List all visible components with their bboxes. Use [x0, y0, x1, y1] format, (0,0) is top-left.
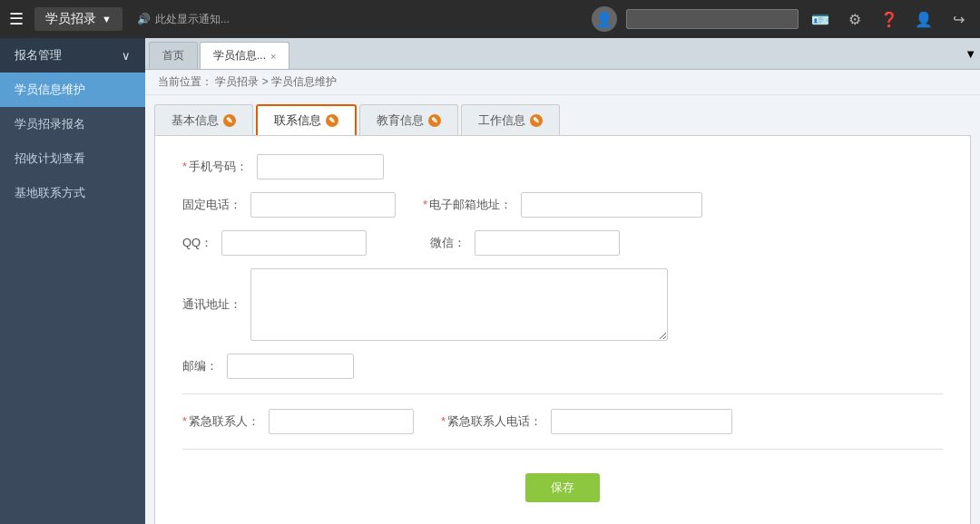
tab-dropdown-btn[interactable]: ▼ — [965, 47, 976, 61]
help-icon-btn[interactable]: ❓ — [877, 6, 902, 32]
app-title-button[interactable]: 学员招录 ▼ — [34, 7, 122, 31]
phone-label: 手机号码： — [182, 159, 248, 175]
breadcrumb: 当前位置： 学员招录 > 学员信息维护 — [145, 70, 980, 95]
postcode-input[interactable] — [227, 354, 354, 379]
address-input[interactable] — [250, 268, 668, 341]
email-input[interactable] — [521, 192, 702, 218]
inner-tab-contact-info-label: 联系信息 — [274, 112, 321, 129]
username-input[interactable] — [626, 9, 799, 29]
inner-tab-basic-info[interactable]: 基本信息 ✎ — [154, 104, 253, 135]
inner-tab-basic-info-icon: ✎ — [223, 114, 236, 127]
tab-home[interactable]: 首页 — [149, 42, 198, 69]
notification-text: 此处显示通知... — [155, 12, 230, 27]
form-footer: 保存 — [182, 464, 943, 506]
landline-label: 固定电话： — [182, 197, 241, 213]
tab-student-info[interactable]: 学员信息... × — [200, 42, 289, 69]
tab-close-icon[interactable]: × — [270, 51, 276, 62]
sidebar: 报名管理 ∨ 学员信息维护 学员招录报名 招收计划查看 基地联系方式 — [0, 38, 145, 524]
emergency-phone-input[interactable] — [551, 409, 732, 434]
tab-dropdown-icon: ▼ — [965, 47, 976, 61]
qq-input[interactable] — [221, 230, 367, 256]
inner-tab-education-info[interactable]: 教育信息 ✎ — [359, 104, 458, 135]
notification-area: 🔊 此处显示通知... — [137, 12, 592, 27]
page-content: 基本信息 ✎ 联系信息 ✎ 教育信息 ✎ 工作信息 ✎ — [145, 95, 980, 524]
landline-email-row: 固定电话： 电子邮箱地址： — [182, 192, 943, 218]
tab-student-info-label: 学员信息... — [213, 48, 266, 63]
inner-tab-education-info-icon: ✎ — [428, 114, 441, 127]
postcode-row: 邮编： — [182, 354, 943, 379]
phone-row: 手机号码： — [182, 154, 943, 180]
menu-icon[interactable]: ☰ — [9, 9, 24, 29]
sidebar-item-base-contact[interactable]: 基地联系方式 — [0, 176, 145, 210]
inner-tab-work-info-icon: ✎ — [530, 114, 543, 127]
app-title-chevron: ▼ — [102, 14, 112, 24]
sidebar-item-enrollment-plan[interactable]: 招收计划查看 — [0, 141, 145, 176]
emergency-contact-label: 紧急联系人： — [182, 413, 260, 430]
header-right: 👤 🪪 ⚙ ❓ 👤 ↪ — [592, 6, 971, 32]
wechat-input[interactable] — [475, 230, 620, 256]
emergency-row: 紧急联系人： 紧急联系人电话： — [182, 409, 943, 434]
landline-input[interactable] — [250, 192, 396, 218]
form-panel: 手机号码： 固定电话： 电子邮箱地址： QQ： 微信： — [154, 136, 971, 524]
header: ☰ 学员招录 ▼ 🔊 此处显示通知... 👤 🪪 ⚙ ❓ 👤 ↪ — [0, 0, 980, 38]
inner-tab-contact-info-icon: ✎ — [326, 114, 338, 127]
wechat-label: 微信： — [430, 235, 466, 251]
sidebar-item-enrollment-signup[interactable]: 学员招录报名 — [0, 107, 145, 141]
inner-tab-contact-info[interactable]: 联系信息 ✎ — [256, 104, 357, 135]
emergency-phone-label: 紧急联系人电话： — [441, 413, 542, 430]
inner-tab-work-info-label: 工作信息 — [478, 112, 525, 129]
app-title-label: 学员招录 — [45, 11, 96, 27]
content-area: 首页 学员信息... × ▼ 当前位置： 学员招录 > 学员信息维护 基本信息 … — [145, 38, 980, 524]
card-icon-btn[interactable]: 🪪 — [808, 6, 833, 32]
breadcrumb-path: 学员招录 > 学员信息维护 — [215, 75, 337, 88]
save-button[interactable]: 保存 — [525, 473, 600, 502]
sidebar-group-enrollment: 报名管理 ∨ 学员信息维护 学员招录报名 招收计划查看 基地联系方式 — [0, 38, 145, 210]
sidebar-group-chevron: ∨ — [122, 49, 131, 63]
breadcrumb-prefix: 当前位置： — [158, 75, 212, 88]
phone-input[interactable] — [257, 154, 384, 180]
sidebar-group-header[interactable]: 报名管理 ∨ — [0, 38, 145, 73]
avatar: 👤 — [592, 6, 617, 32]
emergency-contact-input[interactable] — [269, 409, 414, 434]
tab-bar: 首页 学员信息... × ▼ — [145, 38, 980, 70]
qq-wechat-row: QQ： 微信： — [182, 230, 943, 256]
address-row: 通讯地址： — [182, 268, 943, 341]
sidebar-group-label: 报名管理 — [15, 47, 62, 63]
tab-home-label: 首页 — [162, 48, 184, 63]
profile-icon-btn[interactable]: 👤 — [911, 6, 936, 32]
inner-tabs: 基本信息 ✎ 联系信息 ✎ 教育信息 ✎ 工作信息 ✎ — [154, 104, 971, 136]
inner-tab-work-info[interactable]: 工作信息 ✎ — [461, 104, 560, 135]
settings-icon-btn[interactable]: ⚙ — [842, 6, 867, 32]
inner-tab-education-info-label: 教育信息 — [377, 112, 424, 129]
form-divider-2 — [182, 449, 943, 450]
postcode-label: 邮编： — [182, 358, 218, 374]
sound-icon: 🔊 — [137, 13, 151, 25]
share-icon-btn[interactable]: ↪ — [946, 6, 971, 32]
form-divider — [182, 393, 943, 394]
address-label: 通讯地址： — [182, 296, 241, 313]
main-layout: 报名管理 ∨ 学员信息维护 学员招录报名 招收计划查看 基地联系方式 首页 — [0, 38, 980, 524]
inner-tab-basic-info-label: 基本信息 — [172, 112, 219, 129]
sidebar-item-student-maintenance[interactable]: 学员信息维护 — [0, 73, 145, 107]
email-label: 电子邮箱地址： — [423, 197, 512, 213]
qq-label: QQ： — [182, 235, 212, 251]
